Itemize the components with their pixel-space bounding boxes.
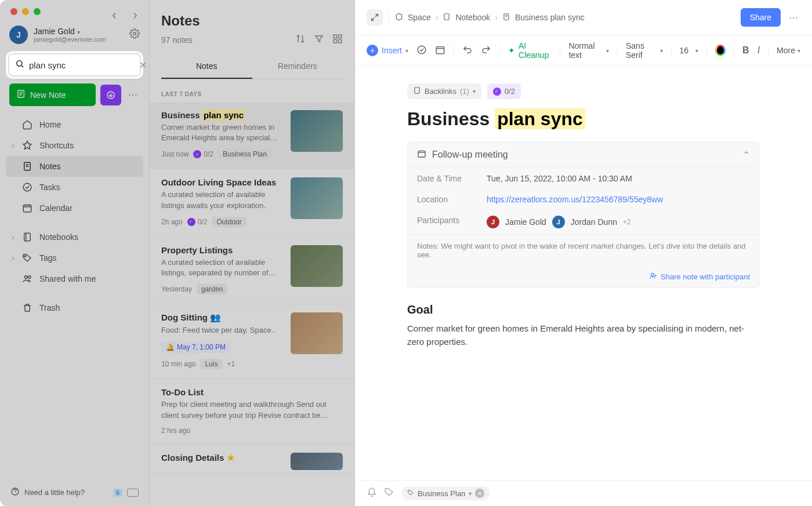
- plus-icon: +: [367, 45, 378, 56]
- notes-count: 97 notes: [161, 35, 295, 45]
- share-with-participant-button[interactable]: Share note with participant: [408, 266, 759, 287]
- note-time: Just now: [161, 150, 188, 158]
- avatar: J: [9, 26, 28, 44]
- participants-more[interactable]: +2: [623, 218, 631, 226]
- nav-tasks[interactable]: Tasks: [6, 177, 143, 198]
- svg-point-8: [24, 256, 26, 257]
- notes-title: Notes: [161, 13, 343, 29]
- redo-icon[interactable]: [481, 45, 491, 57]
- svg-rect-20: [415, 88, 419, 94]
- share-button[interactable]: Share: [741, 8, 781, 27]
- goal-text[interactable]: Corner market for green homes in Emerald…: [407, 322, 760, 348]
- note-title: Dog Sitting 👥: [161, 312, 282, 323]
- italic-button[interactable]: I: [757, 45, 760, 56]
- participant-name: Jamie Gold: [505, 217, 546, 227]
- minimize-window-icon[interactable]: [22, 8, 29, 15]
- ai-cleanup-button[interactable]: ✦AI Cleanup: [508, 41, 552, 60]
- nav-shortcuts[interactable]: ›Shortcuts: [6, 135, 143, 156]
- nav-notes[interactable]: Notes: [6, 156, 143, 177]
- note-tag[interactable]: Business Plan: [218, 149, 271, 159]
- expand-icon[interactable]: [367, 9, 383, 26]
- font-size-select[interactable]: 16 ▾: [680, 46, 698, 55]
- reminder-chip: 🔔May 7, 1:00 PM: [161, 341, 230, 353]
- tag-icon: [407, 489, 414, 498]
- view-icon[interactable]: [332, 34, 343, 46]
- meeting-block: Follow-up meeting ⌃ Date & TimeTue, Jun …: [407, 141, 760, 288]
- reminder-add-icon[interactable]: [367, 487, 377, 500]
- keyboard-icon[interactable]: [127, 489, 139, 497]
- nav-shared[interactable]: Shared with me: [6, 268, 143, 289]
- editor-panel: Space › Notebook › Business plan sync Sh…: [355, 0, 812, 506]
- calendar-icon[interactable]: [435, 45, 445, 57]
- settings-icon[interactable]: [129, 28, 140, 41]
- person-add-icon: [649, 272, 657, 282]
- new-note-more-icon[interactable]: ⋯: [126, 89, 140, 100]
- tag-add-icon[interactable]: [384, 487, 394, 500]
- breadcrumb-space[interactable]: Space: [408, 13, 431, 22]
- notebook-icon: [443, 13, 451, 23]
- ai-new-button[interactable]: [100, 85, 121, 105]
- meeting-header[interactable]: Follow-up meeting ⌃: [408, 142, 759, 168]
- remove-tag-icon[interactable]: ✕: [475, 489, 484, 498]
- note-title[interactable]: Business plan sync: [407, 108, 760, 130]
- note-tasks-badge: ✓0/2: [187, 218, 208, 226]
- note-card[interactable]: Closing Details ★: [150, 445, 354, 473]
- calendar-icon: [417, 149, 426, 161]
- nav-notebooks[interactable]: ›Notebooks: [6, 227, 143, 247]
- more-formatting[interactable]: More▾: [777, 46, 800, 55]
- back-icon[interactable]: [109, 10, 119, 23]
- check-icon: ✓: [493, 88, 501, 96]
- search-icon: [15, 59, 24, 71]
- format-select[interactable]: Normal text▾: [568, 41, 609, 60]
- clear-search-icon[interactable]: ✕: [139, 60, 147, 71]
- text-color-picker[interactable]: [715, 45, 726, 56]
- note-preview: A curated selection of available listing…: [161, 190, 282, 210]
- maximize-window-icon[interactable]: [34, 8, 41, 15]
- chevron-up-icon[interactable]: ⌃: [742, 150, 750, 161]
- note-card[interactable]: Dog Sitting 👥 Food: Feed twice per day. …: [150, 304, 354, 379]
- note-card[interactable]: Property Listings A curated selection of…: [150, 237, 354, 304]
- note-icon: [16, 89, 26, 100]
- tab-notes[interactable]: Notes: [161, 54, 252, 79]
- svg-point-9: [25, 276, 28, 279]
- filter-icon[interactable]: [314, 34, 324, 46]
- close-window-icon[interactable]: [10, 8, 17, 15]
- location-link[interactable]: https://zereatlors.zoom.us/1223456789/55…: [487, 195, 750, 204]
- location-label: Location: [417, 195, 487, 204]
- svg-rect-6: [23, 205, 31, 212]
- forward-icon[interactable]: [130, 10, 140, 23]
- task-icon[interactable]: [416, 45, 427, 57]
- note-card[interactable]: To-Do List Prep for client meeting and w…: [150, 379, 354, 444]
- insert-button[interactable]: +Insert▾: [367, 45, 408, 56]
- tab-reminders[interactable]: Reminders: [252, 54, 343, 79]
- font-select[interactable]: Sans Serif▾: [626, 41, 663, 60]
- goal-heading[interactable]: Goal: [407, 303, 760, 316]
- search-field[interactable]: [29, 60, 139, 70]
- search-input[interactable]: ✕: [8, 53, 141, 77]
- nav-calendar[interactable]: Calendar: [6, 198, 143, 219]
- more-icon[interactable]: ⋯: [786, 12, 800, 23]
- breadcrumb-notebook[interactable]: Notebook: [455, 13, 490, 22]
- note-preview: A curated selection of available listing…: [161, 257, 282, 278]
- bold-button[interactable]: B: [742, 45, 749, 56]
- note-card[interactable]: Outdoor Living Space Ideas A curated sel…: [150, 169, 354, 236]
- note-preview: Prep for client meeting and walkthrough …: [161, 399, 343, 420]
- note-tag[interactable]: garden: [197, 284, 227, 294]
- tasks-pill[interactable]: ✓0/2: [487, 83, 521, 99]
- breadcrumb-note[interactable]: Business plan sync: [515, 13, 585, 22]
- nav-trash[interactable]: Trash: [6, 297, 143, 318]
- note-title: Business plan sync: [161, 110, 282, 120]
- note-tag[interactable]: Outdoor: [212, 217, 246, 227]
- help-badge: 6: [113, 489, 122, 497]
- sort-icon[interactable]: [295, 34, 306, 46]
- note-card[interactable]: Business plan sync Corner market for gre…: [150, 102, 354, 169]
- footer-tag[interactable]: Business Plan▾ ✕: [401, 486, 490, 500]
- help-button[interactable]: Need a little help? 6: [0, 479, 149, 506]
- backlinks-pill[interactable]: Backlinks(1)▾: [407, 83, 481, 99]
- undo-icon[interactable]: [462, 45, 473, 57]
- nav-home[interactable]: Home: [6, 114, 143, 135]
- new-note-button[interactable]: New Note: [9, 83, 96, 106]
- note-time: 10 min ago: [161, 360, 195, 368]
- breadcrumb: Space › Notebook › Business plan sync: [395, 13, 585, 23]
- nav-tags[interactable]: ›Tags: [6, 247, 143, 268]
